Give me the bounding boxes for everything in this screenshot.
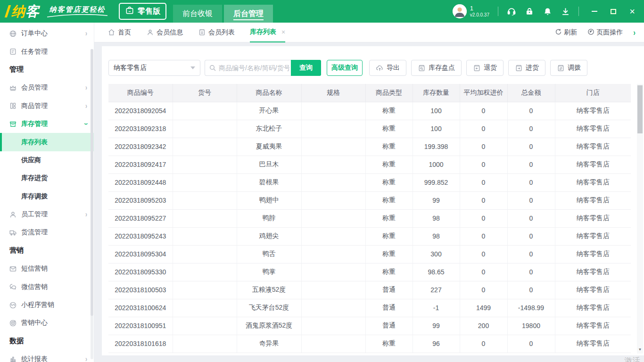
sidebar-item-label: 订单中心 xyxy=(21,29,48,38)
tab-close-icon[interactable]: × xyxy=(281,28,285,36)
sidebar-item-label: 会员管理 xyxy=(21,83,48,92)
table-cell: 0 xyxy=(507,335,555,353)
table-row[interactable]: 20220318100503五粮液52度普通22700纳客零售店 xyxy=(108,281,631,299)
column-header-库存数量: 库存数量 xyxy=(413,84,460,102)
sidebar-item-商品管理[interactable]: 商品管理› xyxy=(0,97,94,115)
table-cell: 0 xyxy=(507,209,555,227)
edition-badge[interactable]: 零售版 xyxy=(119,3,166,20)
refresh-button[interactable]: 刷新 xyxy=(555,28,577,37)
table-row[interactable]: 20220318095227鸭脖称重9800纳客零售店 xyxy=(108,209,631,227)
sidebar-item-员工管理[interactable]: 员工管理› xyxy=(0,206,94,223)
table-row[interactable]: 20220318092318东北松子称重10000纳客零售店 xyxy=(108,120,631,138)
action-button-调拨[interactable]: 调拨 xyxy=(550,60,587,76)
download-icon[interactable] xyxy=(561,7,570,16)
bell-icon[interactable] xyxy=(543,7,552,16)
action-button-退货[interactable]: 退货 xyxy=(466,60,504,76)
table-cell: 飞天茅台52度 xyxy=(237,299,301,317)
close-button[interactable]: × xyxy=(628,7,636,16)
table-cell: 0 xyxy=(507,120,555,138)
tab-库存列表[interactable]: 库存列表× xyxy=(250,23,285,42)
page-ops-button[interactable]: 页面操作 xyxy=(587,28,623,37)
maximize-button[interactable] xyxy=(609,7,618,16)
sidebar-item-库存进货[interactable]: 库存进货 xyxy=(0,169,94,187)
sidebar-item-label: 库存进货 xyxy=(21,174,48,182)
table-row[interactable]: 20220318092054开心果称重10000纳客零售店 xyxy=(108,102,631,120)
tagline-swoosh xyxy=(46,14,108,18)
tabs-more-chevron[interactable]: › xyxy=(633,28,636,37)
advanced-query-button[interactable]: 高级查询 xyxy=(327,60,363,76)
lock-icon[interactable] xyxy=(525,7,534,16)
sidebar-item-小程序营销[interactable]: 小程序营销 xyxy=(0,296,94,314)
scrollbar-down-arrow[interactable]: ▼ xyxy=(637,346,643,353)
sidebar-item-订单中心[interactable]: 订单中心› xyxy=(0,25,94,42)
sidebar-item-供应商[interactable]: 供应商 xyxy=(0,151,94,169)
table-cell: 鸭舌 xyxy=(237,245,301,263)
header-right: 1 v2.0.0.37 × xyxy=(453,4,644,18)
staff-icon xyxy=(8,210,17,219)
sidebar-item-会员管理[interactable]: 会员管理› xyxy=(0,79,94,97)
tab-label: 首页 xyxy=(118,28,131,37)
table-row[interactable]: 20220318092448碧根果称重999.85200纳客零售店 xyxy=(108,173,631,191)
table-cell: 200 xyxy=(460,317,507,335)
table-cell: 0 xyxy=(460,102,507,120)
tab-会员信息[interactable]: 会员信息 xyxy=(146,23,183,42)
tabs: 首页会员信息会员列表库存列表× xyxy=(107,23,300,42)
sidebar-item-微信营销[interactable]: 微信营销 xyxy=(0,278,94,296)
sidebar-item-label: 货流管理 xyxy=(21,228,48,237)
table-cell xyxy=(301,156,365,173)
search-input[interactable] xyxy=(219,64,289,72)
support-headset-icon[interactable] xyxy=(507,7,516,16)
table-row[interactable]: 20220318095243鸡翅尖称重9800纳客零售店 xyxy=(108,227,631,245)
table-row[interactable]: 20220318100951酒鬼原浆酒52度普通9920019800纳客零售店 xyxy=(108,317,631,335)
sidebar-item-营销中心[interactable]: 营销中心 xyxy=(0,314,94,332)
action-button-进货[interactable]: 进货 xyxy=(508,60,545,76)
purchase-icon xyxy=(515,64,523,72)
table-row[interactable]: 20220318092342夏威夷果称重199.39800纳客零售店 xyxy=(108,138,631,156)
user-meta: 1 v2.0.0.37 xyxy=(470,5,489,17)
tab-会员列表[interactable]: 会员列表 xyxy=(198,23,235,42)
sidebar-item-统计报表[interactable]: 统计报表› xyxy=(0,350,94,362)
transfer-icon xyxy=(557,64,565,72)
sidebar-item-任务管理[interactable]: 任务管理 xyxy=(0,42,94,60)
user-name: 1 xyxy=(470,5,489,12)
minimize-button[interactable] xyxy=(590,7,599,16)
store-select[interactable]: 纳客零售店 xyxy=(108,60,200,76)
user-chip[interactable]: 1 v2.0.0.37 xyxy=(453,4,489,18)
shopping-bag-icon xyxy=(125,6,134,17)
table-cell: 0 xyxy=(460,120,507,138)
column-header-门店: 门店 xyxy=(555,84,631,102)
table-row[interactable]: 20220318092417巴旦木称重100000纳客零售店 xyxy=(108,156,631,173)
sidebar-item-库存调拨[interactable]: 库存调拨 xyxy=(0,188,94,206)
action-label: 库存盘点 xyxy=(429,64,455,72)
table-row[interactable]: 20220318095304鸭舌称重30000纳客零售店 xyxy=(108,245,631,263)
table-row[interactable]: 20220318095203鸭翅中称重9900纳客零售店 xyxy=(108,191,631,209)
table-scrollbar[interactable]: ▼ xyxy=(637,84,643,354)
table-cell: 0 xyxy=(460,191,507,209)
sidebar-item-短信营销[interactable]: 短信营销 xyxy=(0,260,94,278)
sidebar-item-库存列表[interactable]: 库存列表 xyxy=(0,133,94,151)
nav-backend-admin[interactable]: 后台管理 xyxy=(224,5,273,23)
table-cell: 称重 xyxy=(365,173,413,191)
action-button-库存盘点[interactable]: 库存盘点 xyxy=(411,60,462,76)
action-button-导出[interactable]: 导出 xyxy=(369,60,406,76)
nav-front-cashier[interactable]: 前台收银 xyxy=(173,5,222,23)
query-button[interactable]: 查询 xyxy=(291,60,321,76)
table-cell: 20220318092448 xyxy=(108,173,173,191)
sidebar-item-label: 微信营销 xyxy=(21,283,48,291)
table-row[interactable]: 20220318095330鸭掌称重98.6500纳客零售店 xyxy=(108,263,631,281)
table-cell: 0 xyxy=(460,227,507,245)
table-cell: 纳客零售店 xyxy=(555,120,631,138)
table-row[interactable]: 20220318101618奇异果称重9600纳客零售店 xyxy=(108,335,631,353)
logo-char-1: 纳 xyxy=(11,4,25,19)
sidebar-scrollbar[interactable] xyxy=(91,49,93,359)
logo-char-2: 客 xyxy=(25,4,40,19)
sidebar: 订单中心›任务管理管理会员管理›商品管理›库存管理›库存列表供应商库存进货库存调… xyxy=(0,23,94,362)
sidebar-item-货流管理[interactable]: 货流管理 xyxy=(0,223,94,241)
table-cell: 98 xyxy=(413,209,460,227)
scrollbar-thumb[interactable] xyxy=(637,85,643,133)
tab-首页[interactable]: 首页 xyxy=(107,23,131,42)
sidebar-item-label: 数据 xyxy=(9,337,24,346)
sidebar-item-库存管理[interactable]: 库存管理› xyxy=(0,115,94,133)
table-cell: 纳客零售店 xyxy=(555,281,631,299)
table-row[interactable]: 20220318100624飞天茅台52度普通-11499-1498.99纳客零… xyxy=(108,299,631,317)
